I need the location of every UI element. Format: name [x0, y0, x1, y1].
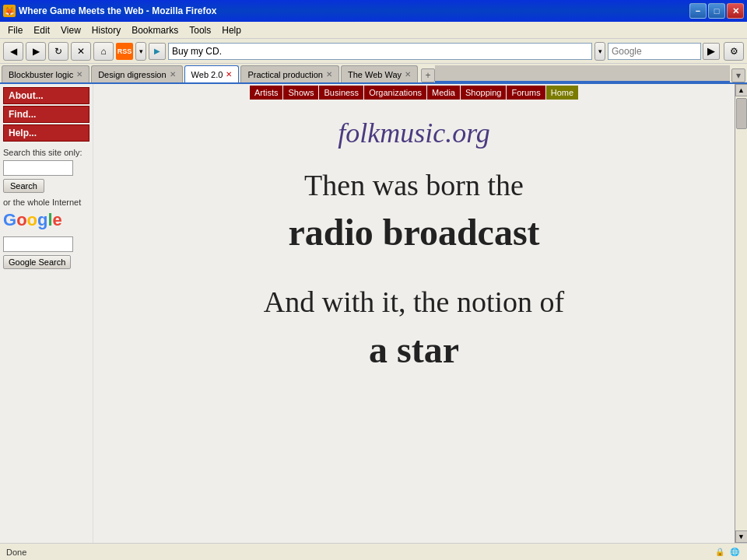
tab-label: Practical production: [247, 70, 323, 79]
menu-help[interactable]: Help: [217, 23, 246, 37]
nav-home[interactable]: Home: [546, 86, 578, 100]
menu-edit[interactable]: Edit: [29, 23, 54, 37]
menu-history[interactable]: History: [87, 23, 125, 37]
app-icon: 🦊: [3, 5, 16, 17]
content-line2: radio broadcast: [264, 206, 564, 258]
forward-button[interactable]: ▶: [26, 42, 46, 61]
tab-web20[interactable]: Web 2.0 ✕: [184, 65, 240, 82]
menu-bookmarks[interactable]: Bookmarks: [127, 23, 183, 37]
google-search-go[interactable]: ▶: [703, 43, 720, 60]
tab-label: The Web Way: [348, 70, 402, 79]
menu-view[interactable]: View: [56, 23, 86, 37]
content-line3: And with it, the notion of: [264, 282, 564, 323]
browser-area: About... Find... Help... Search this sit…: [0, 84, 747, 543]
window-title: Where Game Meets the Web - Mozilla Firef…: [19, 5, 217, 16]
google-logo: Google: [3, 210, 89, 230]
connection-icon: 🌐: [728, 546, 741, 558]
scrollbar: ▲ ▼: [735, 84, 747, 543]
status-icons: 🔒 🌐: [714, 546, 741, 558]
site-search-section: Search this site only: Search or the who…: [3, 148, 89, 269]
tab-close-blockbuster[interactable]: ✕: [76, 70, 82, 79]
site-logo: folkmusic.org: [338, 117, 490, 149]
main-content: folkmusic.org Then was born the radio br…: [93, 101, 735, 391]
title-bar: 🦊 Where Game Meets the Web - Mozilla Fir…: [0, 0, 747, 22]
tab-close-web20[interactable]: ✕: [226, 70, 232, 79]
tab-label: Blockbuster logic: [9, 70, 73, 79]
minimize-button[interactable]: −: [689, 3, 707, 19]
scroll-thumb[interactable]: [736, 98, 747, 129]
menu-bar: File Edit View History Bookmarks Tools H…: [0, 22, 747, 39]
content-area: Artists Shows Business Organizations Med…: [93, 84, 735, 543]
tab-practical[interactable]: Practical production ✕: [240, 65, 339, 82]
sidebar: About... Find... Help... Search this sit…: [0, 84, 93, 543]
nav-strip: Artists Shows Business Organizations Med…: [93, 84, 735, 101]
tab-label: Web 2.0: [191, 70, 223, 79]
search-section-label: Search this site only:: [3, 148, 89, 157]
home-button[interactable]: ⌂: [93, 42, 114, 61]
tab-blockbuster[interactable]: Blockbuster logic ✕: [2, 65, 89, 82]
tab-label: Design digression: [98, 70, 166, 79]
tab-close-design[interactable]: ✕: [170, 70, 176, 79]
help-button[interactable]: Help...: [3, 124, 89, 142]
tab-close-practical[interactable]: ✕: [326, 70, 332, 79]
site-search-input[interactable]: [3, 160, 73, 176]
toolbar: ◀ ▶ ↻ ✕ ⌂ RSS ▾ ▶ Buy my CD. ▾ ▶ ⚙: [0, 39, 747, 64]
menu-file[interactable]: File: [3, 23, 27, 37]
tab-design[interactable]: Design digression ✕: [91, 65, 182, 82]
go-button[interactable]: ▶: [149, 43, 166, 60]
reload-button[interactable]: ↻: [48, 42, 68, 61]
search-button[interactable]: Search: [3, 179, 44, 193]
settings-button[interactable]: ⚙: [724, 42, 744, 61]
maximize-button[interactable]: □: [708, 3, 725, 19]
address-value: Buy my CD.: [172, 46, 222, 57]
nav-shows[interactable]: Shows: [283, 86, 318, 100]
content-line4: a star: [264, 324, 564, 376]
nav-organizations[interactable]: Organizations: [364, 86, 426, 100]
google-search-bar[interactable]: [608, 43, 701, 60]
nav-shopping[interactable]: Shopping: [461, 86, 507, 100]
scroll-down-button[interactable]: ▼: [735, 530, 748, 543]
nav-artists[interactable]: Artists: [250, 86, 283, 100]
nav-forums[interactable]: Forums: [507, 86, 545, 100]
nav-media[interactable]: Media: [427, 86, 460, 100]
scroll-track[interactable]: [735, 96, 747, 530]
menu-tools[interactable]: Tools: [184, 23, 216, 37]
tab-webway[interactable]: The Web Way ✕: [341, 65, 418, 82]
back-button[interactable]: ◀: [3, 42, 23, 61]
status-right: 🔒 🌐: [714, 546, 741, 558]
stop-button[interactable]: ✕: [71, 42, 91, 61]
nav-business[interactable]: Business: [319, 86, 363, 100]
scroll-up-button[interactable]: ▲: [735, 84, 748, 96]
status-text: Done: [6, 548, 26, 557]
address-dropdown[interactable]: ▾: [594, 42, 605, 61]
rss-dropdown[interactable]: ▾: [135, 42, 146, 61]
google-search-input[interactable]: [3, 236, 73, 252]
tabs-scroll-right[interactable]: ▾: [731, 68, 745, 82]
content-line1: Then was born the: [264, 165, 564, 206]
rss-button[interactable]: RSS: [116, 43, 133, 60]
close-button[interactable]: ✕: [727, 3, 744, 19]
security-icon: 🔒: [714, 546, 726, 558]
google-search-button[interactable]: Google Search: [3, 255, 71, 269]
about-button[interactable]: About...: [3, 87, 89, 104]
new-tab-button[interactable]: +: [421, 68, 435, 82]
tab-close-webway[interactable]: ✕: [405, 70, 411, 79]
or-text: or the whole Internet: [3, 198, 89, 207]
find-button[interactable]: Find...: [3, 106, 89, 123]
status-bar: Done 🔒 🌐: [0, 543, 747, 560]
content-text: Then was born the radio broadcast And wi…: [264, 165, 564, 376]
address-bar[interactable]: Buy my CD.: [168, 43, 592, 60]
tabs-bar: Blockbuster logic ✕ Design digression ✕ …: [0, 64, 747, 84]
